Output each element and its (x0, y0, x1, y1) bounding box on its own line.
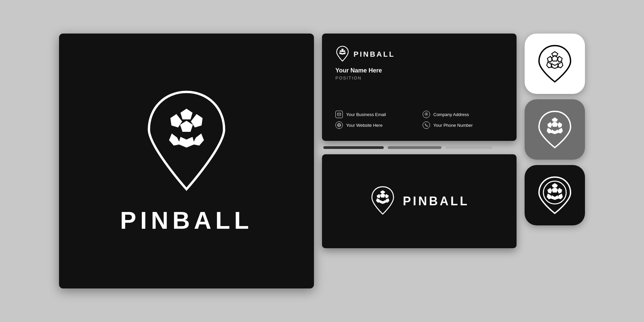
svg-marker-52 (552, 183, 558, 187)
contact-phone: Your Phone Number (423, 121, 503, 129)
svg-rect-23 (337, 113, 341, 116)
card-brand-name: PINBALL (354, 50, 395, 59)
svg-marker-39 (547, 56, 552, 62)
svg-marker-8 (180, 121, 193, 132)
brand-name-large: PINBALL (120, 207, 253, 234)
sep-bar-1 (323, 146, 384, 149)
svg-marker-9 (180, 109, 193, 119)
business-card-front: PINBALL Your Name Here POSITION Your Bus… (322, 34, 517, 141)
svg-marker-19 (339, 50, 341, 52)
sep-bar-2 (388, 146, 441, 149)
address-icon (423, 111, 430, 118)
logo-large: PINBALL (120, 88, 253, 234)
card-back-icon (369, 185, 396, 217)
card-back-brand-name: PINBALL (403, 194, 469, 208)
app-icon-gray (525, 99, 585, 160)
svg-marker-53 (557, 188, 562, 194)
svg-marker-51 (552, 187, 558, 193)
website-label: Your Website Here (346, 123, 382, 128)
svg-marker-36 (552, 56, 558, 61)
card-position: POSITION (335, 75, 503, 80)
svg-marker-57 (551, 195, 558, 200)
svg-marker-18 (343, 50, 345, 52)
svg-marker-29 (380, 190, 385, 193)
phone-label: Your Phone Number (433, 123, 473, 128)
business-card-back: PINBALL (322, 154, 517, 248)
svg-marker-54 (547, 188, 552, 194)
card-header: PINBALL (335, 46, 503, 63)
card-person-name: Your Name Here (335, 67, 503, 74)
contact-address: Company Address (423, 111, 503, 118)
svg-marker-49 (551, 129, 558, 134)
svg-marker-45 (557, 122, 562, 128)
svg-marker-17 (341, 49, 344, 50)
address-label: Company Address (433, 112, 469, 117)
middle-column: PINBALL Your Name Here POSITION Your Bus… (322, 34, 517, 248)
email-label: Your Business Email (346, 112, 386, 117)
svg-marker-30 (385, 194, 389, 198)
card-back-logo: PINBALL (369, 185, 469, 217)
svg-marker-22 (341, 53, 344, 55)
card-contact-grid: Your Business Email Company Address Your… (335, 111, 503, 129)
svg-marker-16 (341, 50, 344, 52)
left-panel: PINBALL (59, 34, 314, 288)
svg-marker-44 (552, 117, 558, 122)
contact-website: Your Website Here (335, 121, 416, 129)
app-icon-white (525, 34, 585, 94)
svg-marker-31 (377, 194, 380, 198)
phone-icon (423, 121, 430, 129)
svg-marker-14 (178, 137, 195, 148)
separator-bars (322, 146, 517, 149)
sep-bar-3 (445, 146, 492, 149)
svg-marker-34 (380, 200, 386, 204)
svg-point-24 (426, 113, 427, 114)
svg-marker-38 (557, 56, 562, 62)
main-container: PINBALL (46, 20, 598, 302)
email-icon (335, 111, 343, 118)
svg-marker-43 (552, 121, 558, 127)
svg-marker-46 (547, 122, 552, 128)
website-icon (335, 121, 343, 129)
card-logo-icon (335, 46, 350, 63)
app-icon-black (525, 165, 585, 225)
pinball-icon-large-clean (140, 88, 233, 197)
svg-marker-28 (380, 193, 385, 198)
contact-email: Your Business Email (335, 111, 416, 118)
right-column (525, 34, 585, 225)
card-person-info: Your Name Here POSITION (335, 67, 503, 80)
